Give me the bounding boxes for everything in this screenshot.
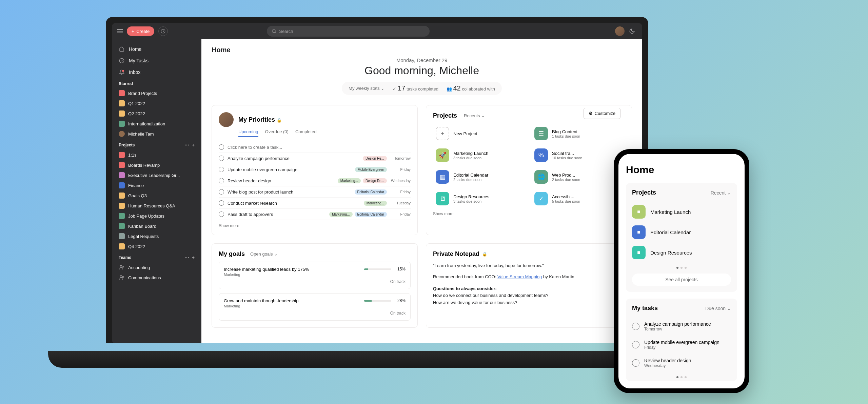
sidebar-item[interactable]: Goals Q3 [112, 190, 201, 201]
svg-point-4 [122, 266, 123, 267]
sidebar-item[interactable]: Brand Projects [112, 88, 201, 98]
sidebar-item[interactable]: Q4 2022 [112, 241, 201, 251]
create-button[interactable]: +Create [127, 26, 154, 36]
project-color-icon [119, 213, 125, 219]
avatar [119, 131, 125, 137]
svg-point-1 [272, 29, 275, 33]
user-avatar[interactable] [615, 26, 625, 36]
project-tag: Editorial Calendar [355, 212, 387, 217]
project-card[interactable]: ☰Blog Content1 tasks due soon [532, 124, 625, 143]
nav-my-tasks[interactable]: My Tasks [112, 55, 201, 66]
phone-project-item[interactable]: ■Design Resources [632, 242, 731, 263]
show-more-button[interactable]: Show more [219, 223, 411, 228]
sidebar-item[interactable]: 1:1s [112, 150, 201, 160]
sidebar-item[interactable]: Legal Requests [112, 231, 201, 241]
check-circle-icon[interactable] [632, 359, 639, 367]
date-line: Monday, December 29 [212, 57, 632, 63]
snooze-icon[interactable] [627, 26, 637, 36]
project-card[interactable]: 🖥Design Resources3 tasks due soon [433, 189, 526, 208]
section-projects[interactable]: Projects⋯+ [112, 139, 201, 150]
see-all-projects-button[interactable]: See all projects [632, 274, 731, 286]
check-circle-icon[interactable] [219, 156, 224, 161]
settings-icon: ⚙ [589, 111, 593, 116]
check-circle-icon[interactable] [219, 200, 224, 206]
nav-inbox[interactable]: Inbox [112, 66, 201, 78]
project-icon: % [534, 148, 548, 162]
project-icon: 🚀 [436, 148, 449, 162]
svg-point-5 [120, 276, 122, 277]
recents-dropdown[interactable]: Recents ⌄ [464, 113, 485, 118]
tab-upcoming[interactable]: Upcoming [238, 129, 258, 137]
pagination-dots [632, 267, 731, 269]
goal-card[interactable]: Grow and maintain thought-leadershipMark… [219, 293, 411, 321]
sidebar-item[interactable]: Internationalization [112, 119, 201, 129]
goal-card[interactable]: Increase marketing qualified leads by 17… [219, 262, 411, 289]
project-card[interactable]: ✓Accessibl...5 tasks due soon [532, 189, 625, 208]
stats-dropdown[interactable]: My weekly stats ⌄ [349, 86, 384, 91]
sidebar-team-item[interactable]: Communications [112, 272, 201, 283]
sidebar-item[interactable]: Q1 2022 [112, 98, 201, 108]
goals-filter-dropdown[interactable]: Open goals ⌄ [250, 251, 278, 257]
progress-bar [364, 300, 391, 302]
check-circle-icon[interactable] [219, 211, 224, 217]
task-date: Wednesday [390, 179, 411, 183]
tab-overdue[interactable]: Overdue (0) [265, 129, 289, 137]
project-card[interactable]: 🌐Web Prod...2 tasks due soon [532, 167, 625, 186]
phone-task-item[interactable]: Update mobile evergreen campaignFriday [632, 336, 731, 354]
check-circle-icon[interactable] [219, 167, 224, 172]
sidebar-item[interactable]: Executive Leadership Gr... [112, 170, 201, 180]
check-circle-icon[interactable] [632, 341, 639, 348]
menu-icon[interactable] [117, 29, 123, 33]
sidebar-item[interactable]: Boards Revamp [112, 160, 201, 170]
create-task-input[interactable]: Click here to create a task... [219, 142, 411, 153]
customize-button[interactable]: ⚙Customize [584, 108, 620, 119]
project-color-icon [119, 223, 125, 229]
svg-point-6 [122, 276, 123, 278]
chevron-down-icon: ⌄ [274, 251, 278, 257]
more-icon[interactable]: ⋯ [184, 142, 189, 148]
project-card[interactable]: 🚀Marketing Launch3 tasks due soon [433, 146, 526, 165]
add-icon[interactable]: + [192, 255, 195, 260]
task-date: Friday [390, 212, 411, 216]
task-row[interactable]: Review header designMarketing...Design R… [219, 175, 411, 186]
sidebar-item[interactable]: Finance [112, 180, 201, 190]
section-starred[interactable]: Starred [112, 78, 201, 88]
sidebar-item[interactable]: Q2 2022 [112, 108, 201, 119]
check-circle-icon[interactable] [632, 323, 639, 330]
project-card[interactable]: ▦Editorial Calendar2 tasks due soon [433, 167, 526, 186]
tab-completed[interactable]: Completed [295, 129, 317, 137]
sidebar-team-item[interactable]: Accounting [112, 262, 201, 272]
task-row[interactable]: Conduct market researchMarketing...Tuesd… [219, 198, 411, 209]
sidebar-item[interactable]: Human Resources Q&A [112, 201, 201, 211]
section-teams[interactable]: Teams⋯+ [112, 251, 201, 262]
task-row[interactable]: Pass draft to approversMarketing...Edito… [219, 209, 411, 220]
widget-projects: Projects Recents ⌄ + New Project ☰Blog C… [426, 105, 632, 235]
goal-status: On track [390, 311, 406, 316]
phone-device: Home Projects Recent ⌄ ■Marketing Launch… [614, 149, 749, 393]
check-circle-icon[interactable] [219, 178, 224, 183]
plus-icon: + [132, 28, 134, 34]
sidebar-item[interactable]: Kanban Board [112, 221, 201, 231]
phone-project-item[interactable]: ■Editorial Calendar [632, 222, 731, 242]
project-card[interactable]: %Social tra...10 tasks due soon [532, 146, 625, 165]
task-row[interactable]: Analyze campaign performanceDesign Re...… [219, 153, 411, 164]
notepad-content[interactable]: "Learn from yesterday, live for today, h… [433, 262, 625, 306]
nav-home[interactable]: Home [112, 43, 201, 55]
show-more-button[interactable]: Show more [433, 211, 625, 216]
sidebar-item[interactable]: Job Page Updates [112, 211, 201, 221]
phone-project-item[interactable]: ■Marketing Launch [632, 202, 731, 222]
phone-task-item[interactable]: Review header designWednesday [632, 354, 731, 372]
phone-task-item[interactable]: Analyze campaign performanceTomorrow [632, 317, 731, 336]
value-stream-link[interactable]: Value Stream Mapping [497, 274, 542, 279]
task-row[interactable]: Update mobile evergreen campaignMobile E… [219, 164, 411, 175]
sidebar-item[interactable]: Michelle Tam [112, 129, 201, 139]
add-icon[interactable]: + [192, 142, 195, 148]
recent-dropdown[interactable]: Recent ⌄ [711, 190, 731, 196]
more-icon[interactable]: ⋯ [184, 255, 189, 260]
due-dropdown[interactable]: Due soon ⌄ [705, 306, 731, 311]
task-row[interactable]: Write blog post for product launchEditor… [219, 186, 411, 198]
new-project-button[interactable]: + New Project [433, 124, 526, 143]
search-input[interactable]: Search [267, 26, 430, 37]
history-icon[interactable] [158, 26, 168, 36]
check-circle-icon[interactable] [219, 189, 224, 195]
